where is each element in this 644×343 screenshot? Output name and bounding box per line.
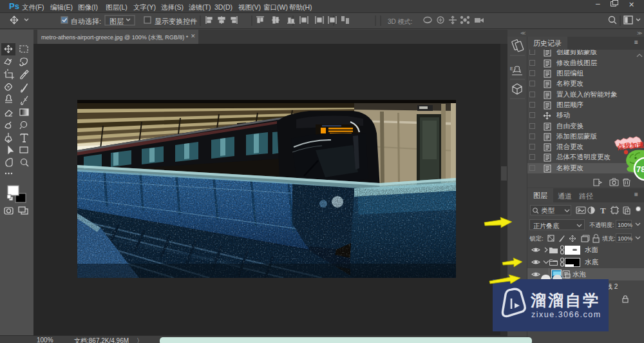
svg-text:点我加速: 点我加速 <box>617 141 644 152</box>
svg-text:E: E <box>510 66 513 71</box>
svg-text:T: T <box>600 206 606 215</box>
svg-text:78: 78 <box>636 164 644 174</box>
